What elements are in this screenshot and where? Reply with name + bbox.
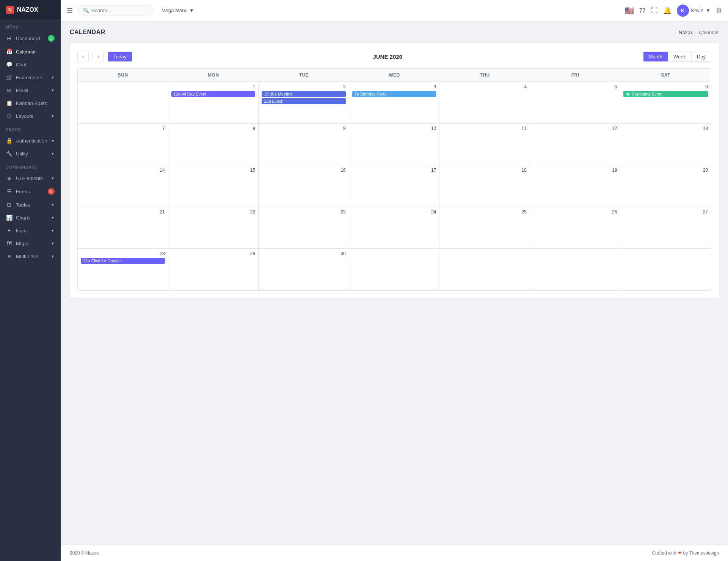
today-button[interactable]: Today bbox=[108, 52, 132, 62]
prev-button[interactable]: ‹ bbox=[77, 51, 89, 62]
calendar-day[interactable]: 15 bbox=[168, 165, 259, 207]
calendar-day[interactable]: 5 bbox=[530, 82, 621, 123]
search-box[interactable]: 🔍 bbox=[77, 5, 153, 16]
day-number: 22 bbox=[171, 209, 256, 215]
day-number: 30 bbox=[262, 251, 346, 256]
sidebar-item-multilevel[interactable]: ≡ Multi Level ▼ bbox=[0, 250, 61, 263]
calendar-day[interactable]: 26 bbox=[530, 207, 621, 248]
notifications-icon[interactable]: 🔔 bbox=[663, 6, 672, 15]
sidebar-item-chat[interactable]: 💬 Chat bbox=[0, 58, 61, 71]
day-number: 1 bbox=[171, 84, 256, 89]
calendar-day[interactable]: 7 bbox=[78, 124, 168, 165]
sidebar-item-utility[interactable]: 🔧 Utility ▼ bbox=[0, 147, 61, 160]
calendar-day[interactable]: 21 bbox=[78, 207, 168, 248]
mega-menu-button[interactable]: Mega Menu ▼ bbox=[158, 5, 198, 16]
calendar-day[interactable]: 30 bbox=[259, 249, 349, 290]
calendar-day[interactable]: 112a All Day Event bbox=[168, 82, 259, 123]
sidebar-item-layouts[interactable]: □ Layouts ▼ bbox=[0, 110, 61, 122]
sidebar-item-calendar[interactable]: 📅 Calendar bbox=[0, 45, 61, 58]
user-area[interactable]: K Kevin ▼ bbox=[677, 5, 711, 17]
calendar-day[interactable] bbox=[620, 249, 711, 290]
calendar-day[interactable]: 12 bbox=[530, 124, 621, 165]
calendar-event[interactable]: 12p Lunch bbox=[262, 98, 346, 104]
sidebar: N NAZOX MENU ⊞ Dashboard 3 📅 Calendar 💬 … bbox=[0, 0, 61, 561]
day-number: 4 bbox=[442, 84, 527, 89]
day-number: 25 bbox=[442, 209, 527, 215]
sidebar-item-icons[interactable]: ✦ Icons ▼ bbox=[0, 224, 61, 237]
calendar-day[interactable]: 9 bbox=[259, 124, 349, 165]
day-number: 19 bbox=[533, 168, 617, 173]
sidebar-item-ecommerce[interactable]: 🛒 Ecommerce ▼ bbox=[0, 71, 61, 84]
settings-icon[interactable]: ⚙ bbox=[716, 6, 722, 15]
calendar-day[interactable]: 16 bbox=[259, 165, 349, 207]
sidebar-item-kanban[interactable]: 📋 Kanban Board bbox=[0, 97, 61, 110]
day-number: 26 bbox=[533, 209, 617, 215]
calendar-event[interactable]: 7p Birthday Party bbox=[352, 91, 436, 97]
week-view-button[interactable]: Week bbox=[668, 52, 692, 61]
chevron-down-icon: ▼ bbox=[51, 88, 55, 92]
calendar-event[interactable]: 12a All Day Event bbox=[171, 91, 256, 97]
sidebar-item-authentication[interactable]: 🔒 Authentication ▼ bbox=[0, 134, 61, 147]
calendar-day[interactable]: 25 bbox=[439, 207, 530, 248]
sidebar-item-forms[interactable]: ☰ Forms 8 bbox=[0, 185, 61, 198]
calendar-day[interactable]: 27 bbox=[620, 207, 711, 248]
calendar-day[interactable]: 14 bbox=[78, 165, 168, 207]
month-view-button[interactable]: Month bbox=[643, 52, 668, 61]
search-input[interactable] bbox=[91, 8, 144, 13]
calendar-day[interactable]: 20 bbox=[620, 165, 711, 207]
page-title: CALENDAR bbox=[70, 29, 105, 36]
day-number: 8 bbox=[171, 126, 256, 131]
calendar-icon: 📅 bbox=[6, 49, 12, 55]
breadcrumb-home[interactable]: Nazox bbox=[679, 30, 693, 35]
calendar-day[interactable]: 24 bbox=[349, 207, 440, 248]
calendar-day[interactable]: 210:30a Meeting12p Lunch bbox=[259, 82, 349, 123]
calendar-toolbar: ‹ › Today JUNE 2020 Month Week Day bbox=[77, 51, 711, 62]
calendar-week: 78910111213 bbox=[78, 124, 711, 165]
calendar-day[interactable]: 8 bbox=[168, 124, 259, 165]
logo-area[interactable]: N NAZOX bbox=[0, 0, 61, 20]
sidebar-item-email[interactable]: ✉ Email ▼ bbox=[0, 84, 61, 97]
sidebar-item-ui-elements[interactable]: ◈ UI Elements ▼ bbox=[0, 172, 61, 185]
sidebar-item-dashboard[interactable]: ⊞ Dashboard 3 bbox=[0, 31, 61, 45]
sidebar-item-label: Kanban Board bbox=[16, 100, 47, 106]
flag-icon[interactable]: 🇺🇸 bbox=[624, 6, 634, 15]
footer-by-label: by Themesdesign bbox=[683, 550, 719, 556]
content-area: CALENDAR Nazox › Calendar ‹ › Today JUNE… bbox=[61, 21, 728, 545]
hamburger-button[interactable]: ☰ bbox=[67, 6, 73, 15]
calendar-day[interactable] bbox=[530, 249, 621, 290]
calendar-event[interactable]: 4p Repeating Event bbox=[623, 91, 708, 97]
day-number: 9 bbox=[262, 126, 346, 131]
grid-icon[interactable]: ⁇ bbox=[639, 6, 646, 15]
fullscreen-icon[interactable]: ⛶ bbox=[651, 6, 658, 14]
next-button[interactable]: › bbox=[93, 51, 104, 62]
calendar-day[interactable]: 29 bbox=[168, 249, 259, 290]
chat-icon: 💬 bbox=[6, 61, 12, 67]
calendar-day[interactable]: 64p Repeating Event bbox=[620, 82, 711, 123]
sidebar-item-label: Charts bbox=[16, 215, 30, 221]
user-name: Kevin bbox=[691, 8, 704, 13]
calendar-day[interactable]: 17 bbox=[349, 165, 440, 207]
sidebar-item-charts[interactable]: 📊 Charts ▼ bbox=[0, 211, 61, 224]
calendar-event[interactable]: 10:30a Meeting bbox=[262, 91, 346, 97]
calendar-day[interactable]: 11 bbox=[439, 124, 530, 165]
calendar-day[interactable] bbox=[439, 249, 530, 290]
calendar-day[interactable]: 19 bbox=[530, 165, 621, 207]
calendar-day[interactable] bbox=[78, 82, 168, 123]
calendar-day[interactable]: 22 bbox=[168, 207, 259, 248]
calendar-day[interactable]: 2812a Click for Google bbox=[78, 249, 168, 290]
calendar-day[interactable]: 10 bbox=[349, 124, 440, 165]
sidebar-item-maps[interactable]: 🗺 Maps ▼ bbox=[0, 237, 61, 250]
day-number: 13 bbox=[623, 126, 708, 131]
sidebar-item-tables[interactable]: ⊟ Tables ▼ bbox=[0, 198, 61, 211]
calendar-event[interactable]: 12a Click for Google bbox=[81, 258, 165, 264]
calendar-day[interactable]: 18 bbox=[439, 165, 530, 207]
calendar-day[interactable]: 4 bbox=[439, 82, 530, 123]
calendar-day[interactable]: 23 bbox=[259, 207, 349, 248]
calendar-day[interactable]: 13 bbox=[620, 124, 711, 165]
heart-icon: ❤ bbox=[678, 550, 682, 556]
calendar-day[interactable]: 37p Birthday Party bbox=[349, 82, 440, 123]
day-view-button[interactable]: Day bbox=[692, 52, 711, 61]
page-header: CALENDAR Nazox › Calendar bbox=[70, 29, 719, 36]
calendar-day[interactable] bbox=[349, 249, 440, 290]
footer: 2020 © Nazox. Crafted with ❤ by Themesde… bbox=[61, 545, 728, 561]
